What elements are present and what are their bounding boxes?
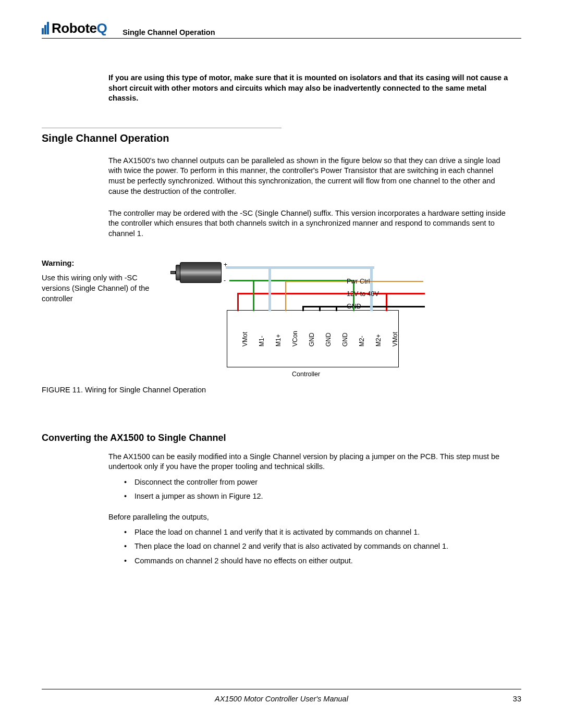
wire-m1minus [253, 280, 254, 311]
term-0: VMot [241, 332, 249, 347]
term-3: VCon [291, 331, 299, 347]
term-4: GND [308, 332, 315, 347]
controller-label: Controller [292, 371, 320, 378]
list-item: Insert a jumper as shown in Figure 12. [124, 490, 511, 502]
wire-gnd-v3 [336, 306, 337, 311]
wire-mplus-h [226, 266, 374, 269]
section-divider [42, 128, 282, 128]
wire-m2plus [370, 266, 373, 311]
wire-vmot-v2 [386, 293, 387, 311]
figure-caption: FIGURE 11. Wiring for Single Channel Ope… [42, 386, 521, 394]
wire-vmot [237, 293, 425, 294]
footer: AX1500 Motor Controller User's Manual 33 [42, 689, 521, 703]
list-item: Then place the load on channel 2 and ver… [124, 540, 511, 552]
section2-list2: Place the load on channel 1 and verify t… [124, 526, 511, 567]
term-5: GND [325, 332, 332, 347]
section-title-converting: Converting the AX1500 to Single Channel [42, 433, 521, 443]
side-label-gnd: GND [347, 303, 361, 310]
footer-rule [42, 689, 521, 689]
list-item: Place the load on channel 1 and verify t… [124, 526, 511, 538]
warning-and-diagram: Warning: Use this wiring only with -SC v… [42, 258, 521, 380]
wire-gnd [302, 306, 425, 307]
wire-vcon-v [285, 281, 286, 311]
section1-p1: The AX1500's two channel outputs can be … [108, 156, 511, 197]
warning-label: Warning: [42, 258, 159, 268]
footer-title: AX1500 Motor Controller User's Manual [215, 695, 348, 703]
logo-bars-icon [42, 22, 50, 36]
section1-p2: The controller may be ordered with the -… [108, 208, 511, 239]
header-section-title: Single Channel Operation [123, 28, 215, 36]
term-1: M1- [258, 336, 265, 347]
term-2: M1+ [275, 334, 282, 347]
term-6: GND [341, 332, 349, 347]
motor-body-icon [180, 262, 222, 283]
logo-accent: Q [97, 20, 107, 36]
section2-p2: Before paralleling the outputs, [108, 512, 511, 523]
wire-gnd-v2 [319, 306, 321, 311]
section-title-single-channel: Single Channel Operation [42, 132, 521, 144]
section2-list1: Disconnect the controller from power Ins… [124, 476, 511, 502]
warning-body: Use this wiring only with -SC versions (… [42, 273, 159, 304]
wire-m1plus [268, 266, 271, 311]
term-9: VMot [391, 332, 399, 347]
logo: RoboteQ [42, 20, 107, 36]
footer-page-number: 33 [513, 695, 521, 703]
content: If you are using this type of motor, mak… [42, 39, 521, 567]
term-7: M2- [358, 336, 365, 347]
motor-shaft-icon [170, 271, 176, 274]
wire-gnd-v1 [302, 306, 304, 311]
intro-warning-text: If you are using this type of motor, mak… [108, 73, 511, 104]
page: RoboteQ Single Channel Operation If you … [0, 0, 563, 728]
warning-block: Warning: Use this wiring only with -SC v… [42, 258, 159, 380]
term-8: M2+ [375, 334, 382, 347]
motor-minus-label: - [224, 277, 226, 284]
logo-name: Robote [52, 20, 97, 36]
section2-p1: The AX1500 can be easily modified into a… [108, 452, 511, 472]
wire-vmot-v1 [237, 293, 239, 311]
list-item: Disconnect the controller from power [124, 476, 511, 488]
wire-mminus-ep [229, 280, 231, 281]
list-item: Commands on channel 2 should have no eff… [124, 555, 511, 567]
wiring-diagram: + - Controller [164, 258, 467, 380]
header: RoboteQ Single Channel Operation [42, 23, 521, 36]
side-label-pwr: Pwr Ctrl [347, 278, 370, 285]
logo-text: RoboteQ [52, 20, 107, 36]
side-label-volt: 12V to 40V [347, 290, 379, 298]
